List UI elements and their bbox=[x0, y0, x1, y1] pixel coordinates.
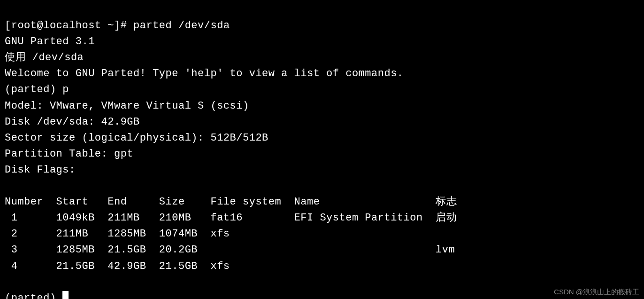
parted-command-p: (parted) p bbox=[5, 82, 639, 98]
parted-version: GNU Parted 3.1 bbox=[5, 34, 639, 50]
table-row: 2 211MB 1285MB 1074MB xfs bbox=[5, 226, 639, 242]
command-text: parted /dev/sda bbox=[133, 20, 230, 31]
terminal-output[interactable]: [root@localhost ~]# parted /dev/sda GNU … bbox=[5, 2, 639, 299]
sector-size: Sector size (logical/physical): 512B/512… bbox=[5, 130, 639, 146]
table-row: 4 21.5GB 42.9GB 21.5GB xfs bbox=[5, 259, 639, 275]
prompt-user-host: [root@localhost ~]# bbox=[5, 20, 133, 31]
table-row: 3 1285MB 21.5GB 20.2GB lvm bbox=[5, 242, 639, 258]
watermark-text: CSDN @浪浪山上的搬砖工 bbox=[554, 286, 639, 297]
shell-prompt: [root@localhost ~]# parted /dev/sda bbox=[5, 20, 230, 31]
parted-prompt: (parted) bbox=[5, 292, 62, 299]
disk-flags: Disk Flags: bbox=[5, 162, 639, 178]
disk-model: Model: VMware, VMware Virtual S (scsi) bbox=[5, 98, 639, 114]
cursor-icon bbox=[62, 291, 69, 299]
table-row: 1 1049kB 211MB 210MB fat16 EFI System Pa… bbox=[5, 210, 639, 226]
using-device: 使用 /dev/sda bbox=[5, 50, 639, 66]
disk-size: Disk /dev/sda: 42.9GB bbox=[5, 114, 639, 130]
partition-table: Partition Table: gpt bbox=[5, 146, 639, 162]
welcome-message: Welcome to GNU Parted! Type 'help' to vi… bbox=[5, 66, 639, 82]
partition-header: Number Start End Size File system Name 标… bbox=[5, 194, 639, 210]
